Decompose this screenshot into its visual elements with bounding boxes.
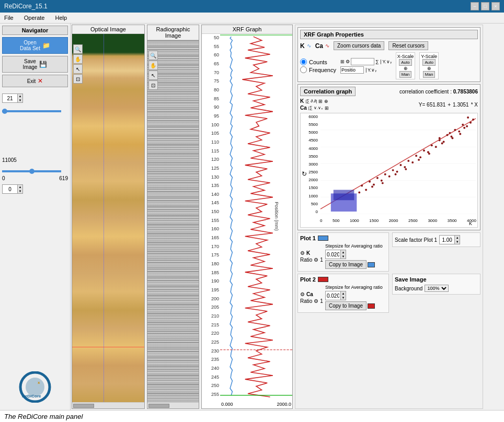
counts-frequency-group: Counts Frequency (300, 58, 336, 73)
radio-cursor-tool[interactable]: ↖ (148, 71, 158, 80)
radio-magnify-tool[interactable]: 🔍 (148, 51, 158, 60)
frequency-radio[interactable] (300, 66, 307, 73)
cursor-tool[interactable]: ↖ (73, 64, 83, 74)
footer-text: The ReDiCore main panel (4, 413, 83, 420)
plot1-stepsize-spinbox[interactable]: 0.020 ▲ ▼ (325, 250, 346, 259)
yscale-control: Y-Scale Auto ⊕ Man (419, 52, 439, 79)
open-data-set-button[interactable]: Open Data Set 📁 (2, 37, 68, 54)
background-select[interactable]: 100% 75% 50% (425, 285, 449, 292)
grid-icon: ⊞ (340, 59, 345, 64)
scale-factor-spinbox[interactable]: 1.00 ▲ ▼ (439, 235, 460, 244)
dot-17 (381, 180, 383, 182)
refresh-icon[interactable]: ↻ (302, 170, 307, 178)
sidebar-logo: x ReDiCore (2, 367, 68, 408)
zoom-cursors-btn[interactable]: Zoom cursors data (334, 41, 384, 50)
plot1-copy-btn[interactable]: Copy to Image (325, 260, 366, 269)
range-spinbox-1[interactable]: 0 ▲ ▼ (2, 184, 23, 194)
number-input[interactable]: 21 (3, 95, 17, 102)
correlation-title: Correlation graph (300, 87, 356, 96)
scale-factor-input[interactable]: 1.00 (440, 237, 454, 243)
plot1-stepsize-input[interactable]: 0.020 (326, 251, 340, 258)
scale-up[interactable]: ▲ (454, 236, 460, 240)
xrf-graph-svg (220, 34, 292, 398)
plot1-copy-color (368, 262, 375, 267)
element-k-group: K ∿ (300, 42, 311, 50)
plot2-stepsize-input[interactable]: 0.020 (326, 292, 340, 299)
slider-middle[interactable] (2, 170, 61, 172)
xscale-auto-btn[interactable]: Auto (399, 59, 411, 66)
radio-toolbar: 🔍 ✋ ↖ ⊡ (148, 51, 158, 90)
xrf-plot-area: Position (mm) (220, 34, 292, 398)
dot-44 (467, 116, 469, 119)
svg-text:x: x (38, 380, 40, 385)
zoom-fit-tool[interactable]: ⊡ (73, 74, 83, 84)
position-input-2[interactable] (340, 66, 364, 74)
menu-help[interactable]: Help (53, 14, 69, 22)
correlation-coefficient: correlation coefficient : 0.7853806 (399, 89, 478, 95)
counts-radio[interactable] (300, 58, 307, 65)
plot1-gear-icon: ⚙ (300, 250, 305, 256)
optical-scrollbar[interactable] (72, 402, 144, 408)
menu-file[interactable]: File (2, 14, 16, 22)
magnify-tool[interactable]: 🔍 (73, 44, 83, 54)
corr-ca-stats: |∑ ∨.∨ₓ (308, 106, 323, 110)
exit-button[interactable]: Exit ✕ (2, 75, 68, 87)
range-spinbox-1-down[interactable]: ▼ (17, 189, 22, 193)
plot2-copy-btn[interactable]: Copy to Image (325, 301, 366, 310)
radio-hand-tool[interactable]: ✋ (148, 61, 158, 70)
radio-zoom-fit-tool[interactable]: ⊡ (148, 80, 158, 90)
radio-scrollbar-thumb[interactable] (148, 404, 169, 408)
plot2-stepsize-label: Stepsize for Averaging ratio (325, 285, 386, 290)
slider-top[interactable] (2, 110, 61, 112)
window-controls: – □ × (471, 2, 500, 10)
dot-6 (399, 164, 402, 166)
element-ca-label: Ca (315, 42, 323, 50)
plot2-ratio-value: 1 (320, 298, 323, 304)
xrf-blue-line (230, 37, 232, 395)
correlation-section: Correlation graph correlation coefficien… (297, 84, 480, 230)
plot2-stepsize-spinbox[interactable]: 0.020 ▲ ▼ (325, 291, 346, 300)
yscale-man-btn[interactable]: Man (423, 71, 436, 78)
minimize-btn[interactable]: – (471, 2, 479, 10)
svg-text:ReDiCore: ReDiCore (22, 394, 41, 398)
element-k-label: K (300, 42, 305, 50)
spinbox-down[interactable]: ▼ (17, 98, 22, 102)
hand-tool[interactable]: ✋ (73, 54, 83, 64)
corr-y-axis: 6000550050004500 4000350030002500 200015… (301, 113, 319, 214)
yscale-auto-btn[interactable]: Auto (422, 59, 435, 66)
radiographic-panel-title: Radiographic Image (147, 25, 199, 40)
dot-12 (446, 134, 449, 136)
plot2-step-up[interactable]: ▲ (340, 291, 346, 296)
range-input-1[interactable]: 0 (3, 186, 17, 193)
plot2-step-down[interactable]: ▼ (340, 296, 346, 300)
reset-cursors-btn[interactable]: Reset cursors (388, 41, 428, 50)
corr-ca-icon: ⊞ (325, 106, 329, 111)
plot1-color-indicator (318, 236, 328, 241)
main-container: Navigator Open Data Set 📁 Save Image 💾 E… (0, 24, 504, 410)
optical-scrollbar-thumb[interactable] (73, 404, 94, 408)
number-spinbox[interactable]: 21 ▲ ▼ (2, 93, 23, 103)
corr-plot (319, 113, 477, 214)
dot-18 (388, 175, 391, 178)
optical-image-panel: Optical Image 🔍 ✋ ↖ ⊡ (72, 25, 145, 409)
dot-3 (376, 177, 379, 179)
plot1-step-down[interactable]: ▼ (340, 254, 346, 259)
maximize-btn[interactable]: □ (481, 2, 489, 10)
plot1-step-up[interactable]: ▲ (340, 250, 346, 254)
radio-scrollbar[interactable] (147, 402, 199, 408)
spinbox-up[interactable]: ▲ (17, 94, 22, 98)
position-input[interactable]: Positio (351, 58, 374, 65)
xscale-man-btn[interactable]: Man (399, 71, 412, 78)
wave-icon-k: ∿ (307, 43, 311, 49)
save-image-button[interactable]: Save Image 💾 (2, 56, 68, 73)
vy-label: ∣Y.∨ᵧ (380, 59, 391, 64)
range-spinbox-1-up[interactable]: ▲ (17, 185, 22, 189)
close-btn[interactable]: × (491, 2, 500, 10)
dot-16 (373, 184, 375, 186)
scale-down[interactable]: ▼ (454, 240, 460, 244)
dot-30 (371, 186, 373, 188)
dot-36 (441, 142, 443, 144)
xrf-graph-title: XRF Graph (202, 25, 292, 34)
dot-14 (462, 124, 464, 126)
menu-operate[interactable]: Operate (22, 14, 47, 22)
